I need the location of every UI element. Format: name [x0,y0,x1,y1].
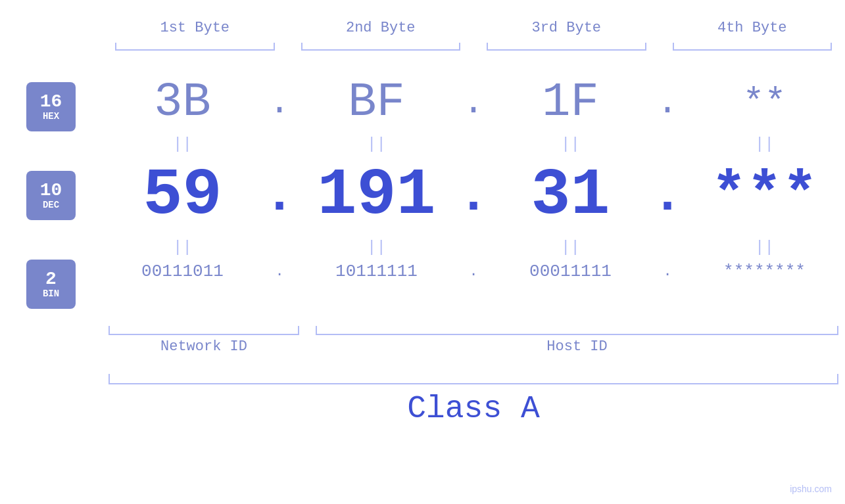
bin-dot2: . [457,263,490,280]
byte-headers: 1st Byte 2nd Byte 3rd Byte 4th Byte [0,20,845,36]
hex-b4: ** [742,82,786,124]
eq1-b4: || [684,135,845,153]
main-container: 1st Byte 2nd Byte 3rd Byte 4th Byte 16 H… [0,0,845,504]
bin-badge: 2 BIN [26,260,76,309]
eq2-b1: || [102,238,263,256]
hex-b3: 1F [542,76,598,129]
byte4-header: 4th Byte [660,20,846,36]
host-id-label: Host ID [316,338,838,355]
eq1-dot1 [263,135,296,153]
hex-badge: 16 HEX [26,82,76,131]
id-labels-row: Network ID Host ID [102,338,845,361]
byte2-header: 2nd Byte [288,20,474,36]
hex-dot3: . [651,82,684,124]
dec-b4-cell: *** [684,162,845,229]
equals-row-2: || || || || [102,238,845,256]
eq2-dot2 [457,238,490,256]
host-id-bracket [316,319,838,335]
eq1-dot2 [457,135,490,153]
class-bracket [109,371,838,384]
class-label: Class A [102,391,845,426]
eq2-b4: || [684,238,845,256]
bracket-lines-row [102,319,845,335]
eq1-dot3 [651,135,684,153]
dec-b3: 31 [531,158,610,233]
bin-num: 2 [45,270,57,288]
dec-b4: *** [711,162,817,229]
eq2-dot3 [651,238,684,256]
bin-label: BIN [43,288,59,299]
dec-row: 59 . 191 . 31 . *** [102,158,845,233]
eq2-dot1 [263,238,296,256]
values-area: 3B . BF . 1F . ** || || [102,76,845,281]
dec-dot3: . [651,166,684,225]
hex-label: HEX [43,111,59,122]
class-section: Class A [0,371,845,426]
bin-b4: ******** [723,262,806,281]
byte3-header: 3rd Byte [473,20,660,36]
hex-b2-cell: BF [296,76,457,129]
dec-dot1: . [263,166,296,225]
eq1-b3: || [490,135,651,153]
dec-label: DEC [43,200,59,210]
eq2-b3: || [490,238,651,256]
eq1-b1: || [102,135,263,153]
watermark: ipshu.com [790,484,832,494]
top-brackets [0,43,845,56]
bin-dot1: . [263,263,296,280]
network-id-label: Network ID [109,338,299,355]
dec-num: 10 [40,181,62,200]
hex-dot2: . [457,82,490,124]
hex-b4-cell: ** [684,82,845,124]
eq2-b2: || [296,238,457,256]
bin-b4-cell: ******** [684,262,845,281]
hex-b1: 3B [154,76,210,129]
dec-dot2: . [457,166,490,225]
bottom-brackets-area: Network ID Host ID [0,319,845,361]
bracket-2 [295,43,468,56]
dec-b2-cell: 191 [296,158,457,233]
hex-dot1: . [263,82,296,124]
bin-row: 00111011 . 10111111 . 00011111 . *******… [102,262,845,281]
bin-dot3: . [651,263,684,280]
bin-b1: 00111011 [141,262,224,281]
bin-b2: 10111111 [335,262,418,281]
label-column: 16 HEX 10 DEC 2 BIN [0,76,102,309]
bin-b3: 00011111 [529,262,612,281]
dec-b3-cell: 31 [490,158,651,233]
byte1-header: 1st Byte [102,20,288,36]
hex-b2: BF [348,76,404,129]
eq1-b2: || [296,135,457,153]
hex-row: 3B . BF . 1F . ** [102,76,845,129]
bin-b1-cell: 00111011 [102,262,263,281]
bracket-3 [480,43,653,56]
hex-b3-cell: 1F [490,76,651,129]
network-id-bracket [109,319,299,335]
bin-b2-cell: 10111111 [296,262,457,281]
dec-b2: 191 [317,158,435,233]
dec-b1: 59 [143,158,222,233]
bracket-1 [109,43,281,56]
dec-badge: 10 DEC [26,171,76,220]
bin-b3-cell: 00011111 [490,262,651,281]
content-area: 16 HEX 10 DEC 2 BIN 3B . BF [0,76,845,309]
dec-b1-cell: 59 [102,158,263,233]
hex-b1-cell: 3B [102,76,263,129]
equals-row-1: || || || || [102,135,845,153]
hex-num: 16 [40,93,62,111]
bracket-4 [666,43,839,56]
